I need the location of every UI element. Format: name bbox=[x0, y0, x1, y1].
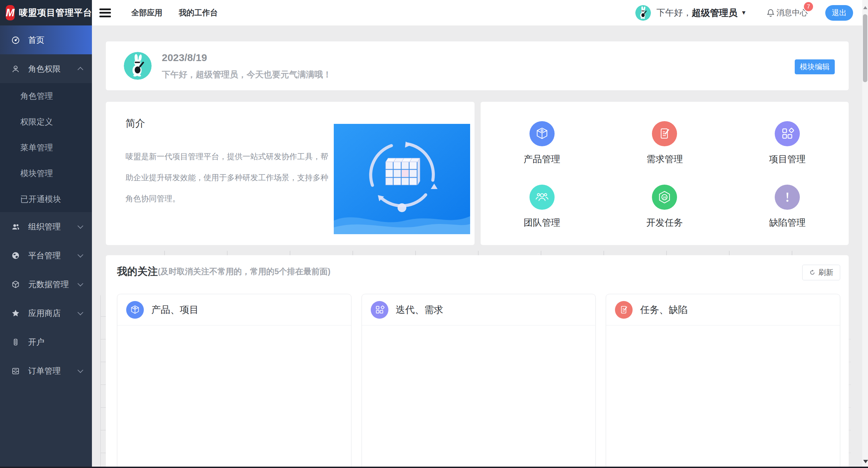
logo-m-icon: M bbox=[6, 5, 15, 20]
exclamation-icon bbox=[780, 190, 795, 205]
sidebar-item-org-mgmt[interactable]: 组织管理 bbox=[0, 212, 92, 241]
rabbit-avatar-icon bbox=[635, 5, 651, 21]
user-menu[interactable]: 下午好， 超级管理员 ▼ bbox=[656, 7, 747, 19]
globe-icon bbox=[11, 251, 20, 260]
chevron-down-icon bbox=[78, 223, 83, 229]
module-label: 需求管理 bbox=[646, 153, 683, 165]
sidebar-label: 首页 bbox=[28, 35, 44, 45]
welcome-date: 2023/8/19 bbox=[162, 52, 331, 63]
module-defect-mgmt[interactable]: 缺陷管理 bbox=[726, 175, 849, 238]
doc-edit-icon bbox=[618, 304, 629, 315]
chevron-up-icon bbox=[78, 67, 83, 72]
components-icon bbox=[780, 126, 795, 141]
module-label: 开发任务 bbox=[646, 217, 683, 229]
nav-all-apps[interactable]: 全部应用 bbox=[131, 7, 162, 18]
chart-tick-row bbox=[106, 251, 849, 255]
sidebar-subitem-role-mgmt[interactable]: 角色管理 bbox=[0, 83, 92, 109]
welcome-texts: 2023/8/19 下午好，超级管理员，今天也要元气满满哦！ bbox=[162, 52, 331, 80]
module-requirement-mgmt[interactable]: 需求管理 bbox=[603, 111, 726, 175]
sidebar-label: 角色权限 bbox=[28, 63, 61, 74]
refresh-button[interactable]: 刷新 bbox=[802, 265, 840, 280]
scrollbar-thumb[interactable] bbox=[863, 14, 867, 82]
favorites-cards: 产品、项目 迭代、需求 bbox=[117, 294, 840, 468]
logo: M 唛盟项目管理平台 bbox=[0, 0, 92, 25]
app-root: M 唛盟项目管理平台 全部应用 我的工作台 bbox=[0, 0, 868, 468]
cube-icon bbox=[130, 304, 140, 315]
sidebar-item-app-store[interactable]: 应用商店 bbox=[0, 299, 92, 327]
chevron-down-icon bbox=[78, 252, 83, 258]
app-title: 唛盟项目管理平台 bbox=[19, 7, 92, 19]
module-team-mgmt[interactable]: 团队管理 bbox=[481, 175, 603, 238]
metadata-cube-icon bbox=[11, 280, 20, 289]
sidebar-item-open-account[interactable]: 开户 bbox=[0, 327, 92, 356]
top-nav: 全部应用 我的工作台 bbox=[131, 7, 218, 18]
organization-icon bbox=[11, 222, 20, 231]
team-icon bbox=[535, 190, 549, 205]
module-label: 项目管理 bbox=[769, 153, 806, 165]
chart-left-ticks bbox=[100, 316, 106, 468]
sidebar-subitem-opened-modules[interactable]: 已开通模块 bbox=[0, 186, 92, 212]
cube-icon bbox=[535, 126, 549, 141]
role-permissions-submenu: 角色管理 权限定义 菜单管理 模块管理 已开通模块 bbox=[0, 83, 92, 212]
chevron-down-icon bbox=[78, 310, 83, 315]
favorites-card-products-projects: 产品、项目 bbox=[117, 294, 351, 468]
vertical-scrollbar[interactable] bbox=[862, 0, 868, 468]
nav-my-workbench[interactable]: 我的工作台 bbox=[179, 7, 218, 18]
sidebar-item-platform-mgmt[interactable]: 平台管理 bbox=[0, 241, 92, 270]
account-stack-icon bbox=[11, 338, 20, 347]
sidebar-subitem-module-mgmt[interactable]: 模块管理 bbox=[0, 161, 92, 186]
favorites-card-label: 产品、项目 bbox=[151, 303, 199, 316]
nodejs-icon: JS bbox=[657, 190, 672, 205]
sidebar-item-role-permissions[interactable]: 角色权限 bbox=[0, 54, 92, 83]
sidebar: 首页 角色权限 角色管理 权限定义 菜单管理 模块管理 已开通模块 组织管理 bbox=[0, 25, 92, 468]
chevron-down-icon bbox=[78, 281, 83, 286]
role-user-icon bbox=[11, 64, 20, 73]
sidebar-item-order-mgmt[interactable]: 订单管理 bbox=[0, 356, 92, 385]
star-icon bbox=[11, 309, 20, 318]
intro-illustration bbox=[334, 124, 470, 234]
window-bottom-edge bbox=[0, 467, 868, 468]
module-project-mgmt[interactable]: 项目管理 bbox=[726, 111, 849, 175]
sidebar-label: 组织管理 bbox=[28, 221, 61, 232]
welcome-greeting: 下午好，超级管理员，今天也要元气满满哦！ bbox=[162, 69, 331, 80]
order-inbox-icon bbox=[11, 367, 20, 375]
scroll-down-icon[interactable] bbox=[863, 460, 868, 463]
sidebar-label: 应用商店 bbox=[28, 308, 61, 319]
sidebar-label: 元数据管理 bbox=[28, 279, 69, 290]
message-center[interactable]: 消息中心 7 bbox=[766, 7, 808, 18]
sidebar-subitem-permission-def[interactable]: 权限定义 bbox=[0, 109, 92, 135]
sidebar-item-home[interactable]: 首页 bbox=[0, 25, 92, 54]
message-center-label: 消息中心 bbox=[776, 7, 808, 18]
module-edit-button[interactable]: 模块编辑 bbox=[795, 59, 835, 74]
scroll-up-icon[interactable] bbox=[863, 6, 867, 9]
bell-icon bbox=[766, 8, 775, 17]
refresh-label: 刷新 bbox=[818, 267, 833, 278]
module-dev-tasks[interactable]: JS 开发任务 bbox=[603, 175, 726, 238]
top-header: M 唛盟项目管理平台 全部应用 我的工作台 bbox=[0, 0, 868, 25]
chevron-down-icon: ▼ bbox=[741, 10, 747, 16]
doc-edit-icon bbox=[657, 126, 672, 141]
intro-text: 唛盟是新一代项目管理平台，提供一站式研发协作工具，帮助企业提升研发效能，使用于多… bbox=[126, 146, 331, 209]
favorites-card-label: 迭代、需求 bbox=[396, 303, 443, 316]
favorites-card-header: 迭代、需求 bbox=[362, 294, 596, 325]
rabbit-avatar-icon bbox=[124, 52, 152, 80]
module-label: 产品管理 bbox=[524, 153, 560, 165]
favorites-subtitle: (及时取消关注不常用的，常用的5个排在最前面) bbox=[158, 266, 330, 277]
sidebar-item-metadata-mgmt[interactable]: 元数据管理 bbox=[0, 270, 92, 299]
dashboard-icon bbox=[11, 36, 20, 44]
user-avatar[interactable] bbox=[635, 5, 651, 21]
module-label: 团队管理 bbox=[524, 217, 560, 229]
favorites-header: 我的关注 (及时取消关注不常用的，常用的5个排在最前面) 刷新 bbox=[117, 265, 840, 280]
user-name: 超级管理员 bbox=[692, 7, 737, 19]
favorites-card-tasks-defects: 任务、缺陷 bbox=[606, 294, 840, 468]
module-product-mgmt[interactable]: 产品管理 bbox=[481, 111, 603, 175]
favorites-card-iterations-requirements: 迭代、需求 bbox=[362, 294, 596, 468]
module-label: 缺陷管理 bbox=[769, 217, 806, 229]
menu-toggle-icon[interactable] bbox=[99, 8, 111, 17]
refresh-icon bbox=[809, 269, 816, 276]
message-badge: 7 bbox=[804, 2, 813, 11]
sidebar-label: 订单管理 bbox=[28, 366, 61, 376]
sidebar-subitem-menu-mgmt[interactable]: 菜单管理 bbox=[0, 135, 92, 161]
intro-card: 简介 唛盟是新一代项目管理平台，提供一站式研发协作工具，帮助企业提升研发效能，使… bbox=[106, 102, 475, 245]
logout-button[interactable]: 退出 bbox=[825, 5, 853, 21]
